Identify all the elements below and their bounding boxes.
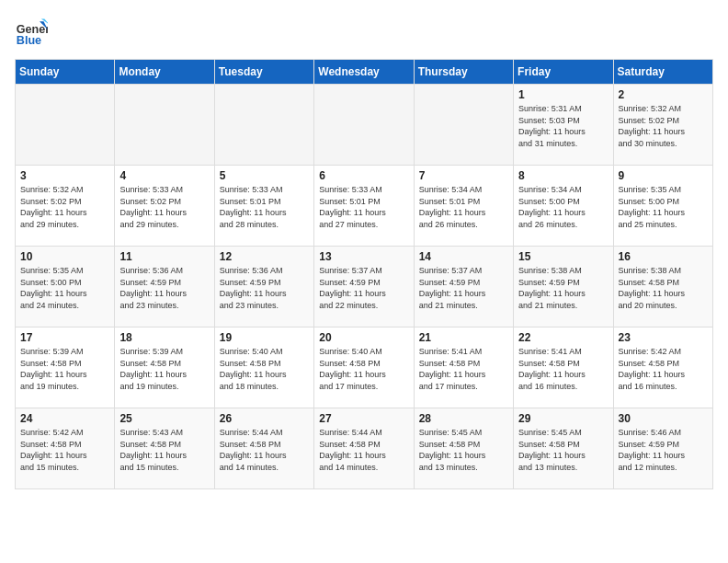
calendar-cell: 14Sunrise: 5:37 AM Sunset: 4:59 PM Dayli… (414, 247, 513, 327)
day-number: 21 (419, 331, 508, 344)
calendar-cell: 26Sunrise: 5:44 AM Sunset: 4:58 PM Dayli… (214, 408, 313, 489)
day-info: Sunrise: 5:45 AM Sunset: 4:58 PM Dayligh… (518, 427, 608, 473)
calendar-cell: 15Sunrise: 5:38 AM Sunset: 4:59 PM Dayli… (514, 247, 613, 327)
weekday-wednesday: Wednesday (314, 60, 414, 85)
day-info: Sunrise: 5:39 AM Sunset: 4:58 PM Dayligh… (20, 346, 109, 392)
calendar-cell: 3Sunrise: 5:32 AM Sunset: 5:02 PM Daylig… (16, 166, 115, 247)
calendar-cell: 5Sunrise: 5:33 AM Sunset: 5:01 PM Daylig… (214, 166, 313, 247)
day-info: Sunrise: 5:41 AM Sunset: 4:58 PM Dayligh… (518, 346, 608, 392)
day-info: Sunrise: 5:34 AM Sunset: 5:01 PM Dayligh… (419, 184, 508, 230)
day-number: 30 (619, 412, 708, 425)
day-number: 12 (220, 250, 309, 263)
day-info: Sunrise: 5:37 AM Sunset: 4:59 PM Dayligh… (419, 265, 508, 311)
day-info: Sunrise: 5:33 AM Sunset: 5:02 PM Dayligh… (119, 184, 209, 230)
weekday-sunday: Sunday (16, 60, 115, 85)
calendar-cell: 2Sunrise: 5:32 AM Sunset: 5:02 PM Daylig… (613, 85, 712, 166)
day-number: 3 (20, 169, 109, 182)
day-number: 25 (119, 412, 209, 425)
day-info: Sunrise: 5:43 AM Sunset: 4:58 PM Dayligh… (119, 427, 209, 473)
day-number: 11 (119, 250, 209, 263)
calendar-cell: 29Sunrise: 5:45 AM Sunset: 4:58 PM Dayli… (514, 408, 613, 489)
calendar-week-3: 10Sunrise: 5:35 AM Sunset: 5:00 PM Dayli… (16, 247, 713, 327)
day-info: Sunrise: 5:44 AM Sunset: 4:58 PM Dayligh… (319, 427, 408, 473)
day-info: Sunrise: 5:33 AM Sunset: 5:01 PM Dayligh… (220, 184, 309, 230)
day-number: 13 (319, 250, 408, 263)
day-info: Sunrise: 5:40 AM Sunset: 4:58 PM Dayligh… (319, 346, 408, 392)
calendar-week-4: 17Sunrise: 5:39 AM Sunset: 4:58 PM Dayli… (16, 327, 713, 408)
page: General Blue SundayMondayTuesdayWednesda… (0, 0, 728, 499)
day-info: Sunrise: 5:35 AM Sunset: 5:00 PM Dayligh… (619, 184, 708, 230)
logo-icon: General Blue (15, 15, 48, 48)
day-number: 27 (319, 412, 408, 425)
day-info: Sunrise: 5:33 AM Sunset: 5:01 PM Dayligh… (319, 184, 408, 230)
day-info: Sunrise: 5:42 AM Sunset: 4:58 PM Dayligh… (20, 427, 109, 473)
day-info: Sunrise: 5:35 AM Sunset: 5:00 PM Dayligh… (20, 265, 109, 311)
svg-text:Blue: Blue (17, 34, 41, 47)
day-info: Sunrise: 5:36 AM Sunset: 4:59 PM Dayligh… (220, 265, 309, 311)
day-info: Sunrise: 5:31 AM Sunset: 5:03 PM Dayligh… (518, 103, 608, 149)
calendar-cell (314, 85, 414, 166)
calendar-cell (16, 85, 115, 166)
day-info: Sunrise: 5:39 AM Sunset: 4:58 PM Dayligh… (119, 346, 209, 392)
day-number: 20 (319, 331, 408, 344)
calendar-week-5: 24Sunrise: 5:42 AM Sunset: 4:58 PM Dayli… (16, 408, 713, 489)
day-number: 10 (20, 250, 109, 263)
day-number: 17 (20, 331, 109, 344)
day-number: 23 (619, 331, 708, 344)
calendar-week-1: 1Sunrise: 5:31 AM Sunset: 5:03 PM Daylig… (16, 85, 713, 166)
weekday-thursday: Thursday (414, 60, 513, 85)
day-info: Sunrise: 5:46 AM Sunset: 4:59 PM Dayligh… (619, 427, 708, 473)
calendar-cell: 11Sunrise: 5:36 AM Sunset: 4:59 PM Dayli… (115, 247, 214, 327)
day-info: Sunrise: 5:32 AM Sunset: 5:02 PM Dayligh… (20, 184, 109, 230)
calendar-cell: 27Sunrise: 5:44 AM Sunset: 4:58 PM Dayli… (314, 408, 414, 489)
weekday-header-row: SundayMondayTuesdayWednesdayThursdayFrid… (16, 60, 713, 85)
calendar-cell: 1Sunrise: 5:31 AM Sunset: 5:03 PM Daylig… (514, 85, 613, 166)
calendar-cell: 28Sunrise: 5:45 AM Sunset: 4:58 PM Dayli… (414, 408, 513, 489)
calendar-cell: 17Sunrise: 5:39 AM Sunset: 4:58 PM Dayli… (16, 327, 115, 408)
calendar-cell: 10Sunrise: 5:35 AM Sunset: 5:00 PM Dayli… (16, 247, 115, 327)
calendar-cell (414, 85, 513, 166)
calendar-table: SundayMondayTuesdayWednesdayThursdayFrid… (15, 59, 713, 489)
calendar-cell (214, 85, 313, 166)
calendar-cell: 16Sunrise: 5:38 AM Sunset: 4:58 PM Dayli… (613, 247, 712, 327)
day-number: 2 (619, 88, 708, 101)
day-number: 7 (419, 169, 508, 182)
calendar-cell (115, 85, 214, 166)
day-number: 19 (220, 331, 309, 344)
calendar-cell: 21Sunrise: 5:41 AM Sunset: 4:58 PM Dayli… (414, 327, 513, 408)
weekday-monday: Monday (115, 60, 214, 85)
day-number: 1 (518, 88, 608, 101)
day-number: 16 (619, 250, 708, 263)
day-info: Sunrise: 5:36 AM Sunset: 4:59 PM Dayligh… (119, 265, 209, 311)
day-number: 6 (319, 169, 408, 182)
day-info: Sunrise: 5:32 AM Sunset: 5:02 PM Dayligh… (619, 103, 708, 149)
day-number: 18 (119, 331, 209, 344)
day-info: Sunrise: 5:38 AM Sunset: 4:59 PM Dayligh… (518, 265, 608, 311)
weekday-friday: Friday (514, 60, 613, 85)
day-number: 24 (20, 412, 109, 425)
calendar-cell: 13Sunrise: 5:37 AM Sunset: 4:59 PM Dayli… (314, 247, 414, 327)
day-info: Sunrise: 5:34 AM Sunset: 5:00 PM Dayligh… (518, 184, 608, 230)
day-number: 26 (220, 412, 309, 425)
calendar-cell: 6Sunrise: 5:33 AM Sunset: 5:01 PM Daylig… (314, 166, 414, 247)
calendar-week-2: 3Sunrise: 5:32 AM Sunset: 5:02 PM Daylig… (16, 166, 713, 247)
day-info: Sunrise: 5:40 AM Sunset: 4:58 PM Dayligh… (220, 346, 309, 392)
calendar-cell: 4Sunrise: 5:33 AM Sunset: 5:02 PM Daylig… (115, 166, 214, 247)
calendar-cell: 22Sunrise: 5:41 AM Sunset: 4:58 PM Dayli… (514, 327, 613, 408)
calendar-cell: 12Sunrise: 5:36 AM Sunset: 4:59 PM Dayli… (214, 247, 313, 327)
day-info: Sunrise: 5:42 AM Sunset: 4:58 PM Dayligh… (619, 346, 708, 392)
calendar-cell: 7Sunrise: 5:34 AM Sunset: 5:01 PM Daylig… (414, 166, 513, 247)
calendar-cell: 20Sunrise: 5:40 AM Sunset: 4:58 PM Dayli… (314, 327, 414, 408)
weekday-saturday: Saturday (613, 60, 712, 85)
calendar-cell: 30Sunrise: 5:46 AM Sunset: 4:59 PM Dayli… (613, 408, 712, 489)
day-number: 9 (619, 169, 708, 182)
day-number: 22 (518, 331, 608, 344)
day-number: 5 (220, 169, 309, 182)
day-info: Sunrise: 5:41 AM Sunset: 4:58 PM Dayligh… (419, 346, 508, 392)
day-info: Sunrise: 5:45 AM Sunset: 4:58 PM Dayligh… (419, 427, 508, 473)
calendar-cell: 24Sunrise: 5:42 AM Sunset: 4:58 PM Dayli… (16, 408, 115, 489)
logo: General Blue (15, 15, 51, 48)
calendar-cell: 9Sunrise: 5:35 AM Sunset: 5:00 PM Daylig… (613, 166, 712, 247)
day-number: 4 (119, 169, 209, 182)
header: General Blue (15, 15, 713, 48)
